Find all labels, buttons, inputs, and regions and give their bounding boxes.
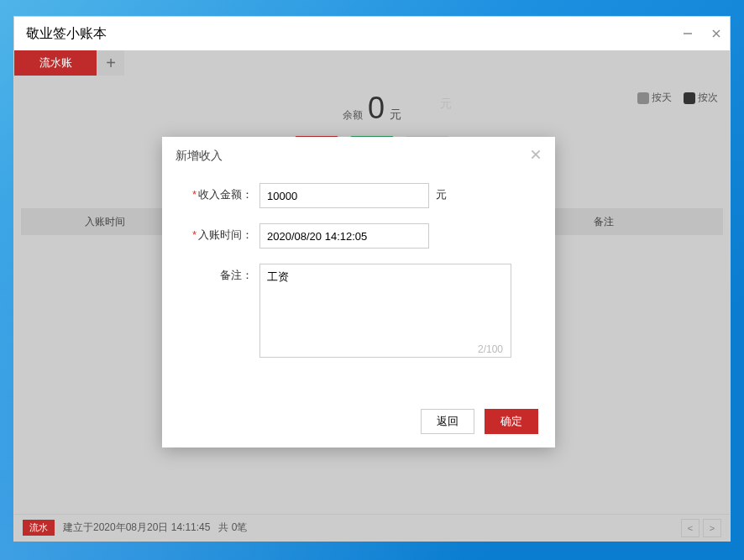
back-button[interactable]: 返回 (421, 409, 474, 434)
modal-footer: 返回 确定 (162, 395, 555, 447)
footer-badge: 流水 (23, 520, 55, 536)
footer-count: 共 0笔 (218, 521, 247, 535)
pager-prev[interactable]: < (681, 519, 699, 537)
required-mark: * (192, 228, 196, 241)
modal-body: *收入金额： 元 *入账时间： 备注： 2/100 (162, 175, 555, 395)
tab-add[interactable]: + (97, 50, 124, 76)
footer-created: 建立于2020年08月20日 14:11:45 (63, 521, 210, 535)
button-label: 返回 (437, 414, 458, 429)
toggle-label: 按天 (652, 91, 672, 105)
modal-close-button[interactable] (530, 147, 542, 165)
button-label: 确定 (500, 414, 522, 429)
footer-left: 流水 建立于2020年08月20日 14:11:45 共 0笔 (23, 520, 247, 536)
close-button[interactable] (710, 27, 723, 40)
plus-icon: + (106, 54, 116, 73)
pager-next[interactable]: > (703, 519, 721, 537)
secondary-unit: 元 (440, 97, 452, 112)
chevron-left-icon: < (688, 523, 693, 533)
time-label: *入账时间： (177, 223, 253, 243)
balance-label: 余额 (343, 108, 363, 123)
titlebar: 敬业签小账本 (14, 17, 730, 50)
add-income-modal: 新增收入 *收入金额： 元 *入账时间： 备注： 2/100 返回 确定 (162, 137, 555, 447)
amount-label: *收入金额： (177, 183, 253, 202)
note-label: 备注： (177, 264, 253, 283)
required-mark: * (192, 188, 196, 201)
pager: < > (681, 519, 721, 537)
checkbox-icon (637, 92, 649, 104)
tab-ledger[interactable]: 流水账 (14, 50, 97, 76)
footer: 流水 建立于2020年08月20日 14:11:45 共 0笔 < > (14, 514, 730, 541)
toggle-by-count[interactable]: 按次 (684, 91, 718, 105)
amount-input[interactable] (259, 183, 429, 208)
form-row-amount: *收入金额： 元 (177, 183, 528, 208)
minimize-button[interactable] (681, 27, 694, 40)
modal-title: 新增收入 (176, 149, 223, 164)
window-controls (681, 27, 723, 40)
form-row-time: *入账时间： (177, 223, 528, 249)
window-title: 敬业签小账本 (26, 25, 107, 43)
balance-unit: 元 (390, 107, 401, 123)
form-row-note: 备注： 2/100 (177, 264, 528, 360)
chevron-right-icon: > (710, 523, 715, 533)
amount-unit: 元 (436, 183, 447, 202)
time-input[interactable] (259, 223, 429, 249)
tabbar: 流水账 + (14, 50, 730, 76)
modal-header: 新增收入 (162, 137, 555, 175)
toggle-label: 按次 (698, 91, 718, 105)
confirm-button[interactable]: 确定 (485, 409, 538, 434)
balance-value: 0 (368, 91, 385, 126)
toggle-by-day[interactable]: 按天 (637, 91, 672, 105)
textarea-wrap: 2/100 (253, 264, 511, 360)
char-count: 2/100 (478, 343, 503, 355)
tab-label: 流水账 (39, 55, 72, 71)
balance-row: 余额 0 元 (14, 91, 730, 126)
note-textarea[interactable] (259, 264, 511, 358)
close-icon (530, 149, 542, 160)
view-mode-toggles: 按天 按次 (637, 91, 718, 105)
checkbox-icon (684, 92, 695, 104)
